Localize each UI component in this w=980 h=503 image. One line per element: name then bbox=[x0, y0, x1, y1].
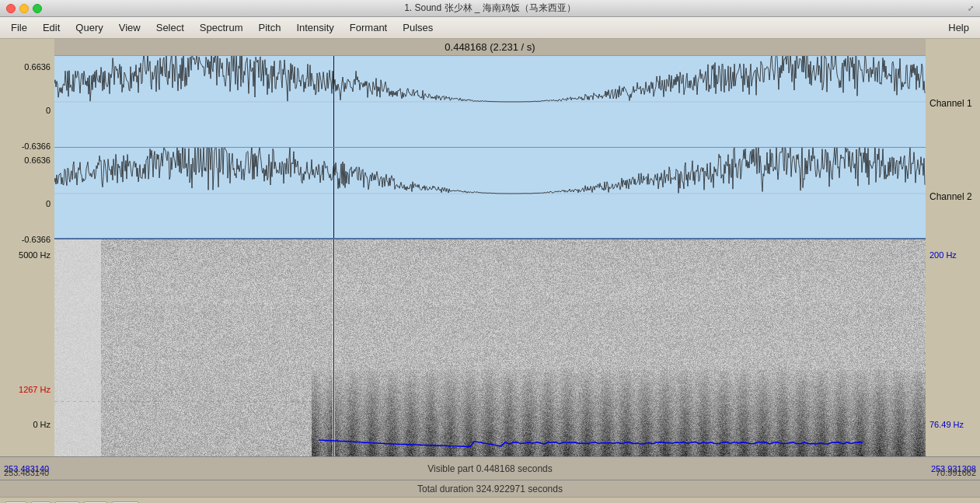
menu-view[interactable]: View bbox=[111, 19, 148, 36]
window-title: 1. Sound 张少林 _ 海南鸡饭（马来西亚） bbox=[404, 2, 576, 15]
timeline-row: 253.483140 Visible part 0.448168 seconds… bbox=[0, 456, 980, 480]
ch2-canvas bbox=[54, 148, 926, 239]
channel2-waveform[interactable] bbox=[54, 148, 926, 239]
controls-bar: all in out sel bak Group bbox=[0, 497, 980, 503]
title-bar: 1. Sound 张少林 _ 海南鸡饭（马来西亚） ⤢ bbox=[0, 0, 980, 17]
channel2-label: Channel 2 bbox=[929, 191, 972, 202]
ch1-canvas bbox=[54, 56, 926, 148]
total-duration: Total duration 324.922971 seconds bbox=[6, 484, 974, 494]
main-content: 0.6636 0 -0.6366 0.6636 0 -0.6366 5000 H… bbox=[0, 39, 980, 456]
menu-edit[interactable]: Edit bbox=[35, 19, 68, 36]
menu-help[interactable]: Help bbox=[940, 19, 977, 36]
ch2-upper-val: 0.6636 bbox=[24, 155, 51, 165]
menu-query[interactable]: Query bbox=[68, 19, 110, 36]
left-axis: 0.6636 0 -0.6366 0.6636 0 -0.6366 5000 H… bbox=[0, 39, 54, 456]
channel1-waveform[interactable] bbox=[54, 56, 926, 148]
time-header: 0.448168 (2.231 / s) bbox=[54, 39, 926, 56]
menu-pitch[interactable]: Pitch bbox=[251, 19, 289, 36]
spec-freq-bottom: 0 Hz bbox=[33, 420, 51, 429]
menu-bar: File Edit Query View Select Spectrum Pit… bbox=[0, 17, 980, 39]
menu-file[interactable]: File bbox=[3, 19, 35, 36]
ch1-zero: 0 bbox=[46, 106, 51, 115]
resize-icon[interactable]: ⤢ bbox=[968, 4, 974, 12]
menu-spectrum[interactable]: Spectrum bbox=[192, 19, 251, 36]
spec-freq-right-top: 200 Hz bbox=[929, 250, 957, 260]
timeline-center: Visible part 0.448168 seconds bbox=[427, 463, 553, 474]
ch1-lower-val: -0.6366 bbox=[22, 141, 51, 151]
spec-freq-mid: 1267 Hz bbox=[19, 385, 51, 394]
ch2-zero: 0 bbox=[46, 199, 51, 208]
viz-area: 0.448168 (2.231 / s) bbox=[54, 39, 926, 456]
bottom-info-bar: Total duration 324.922971 seconds bbox=[0, 480, 980, 497]
menu-intensity[interactable]: Intensity bbox=[288, 19, 341, 36]
spectrogram-area[interactable] bbox=[54, 239, 926, 456]
pitch-curve bbox=[54, 417, 926, 456]
minimize-button[interactable] bbox=[19, 4, 29, 13]
right-axis: 200 Hz 76.49 Hz Channel 1 Channel 2 bbox=[926, 39, 980, 456]
ch2-lower-val: -0.6366 bbox=[22, 235, 51, 244]
time-header-label: 0.448168 (2.231 / s) bbox=[445, 41, 535, 53]
window-controls bbox=[6, 4, 42, 13]
timeline-bottom-left: 253.483140 bbox=[4, 468, 49, 477]
menu-pulses[interactable]: Pulses bbox=[395, 19, 441, 36]
spec-freq-top: 5000 Hz bbox=[19, 250, 51, 260]
spec-freq-right-bottom: 76.49 Hz bbox=[929, 420, 964, 429]
close-button[interactable] bbox=[6, 4, 16, 13]
menu-select[interactable]: Select bbox=[148, 19, 192, 36]
channel1-label: Channel 1 bbox=[929, 98, 972, 109]
ch1-upper-val: 0.6636 bbox=[24, 62, 51, 72]
menu-formant[interactable]: Formant bbox=[342, 19, 395, 36]
maximize-button[interactable] bbox=[33, 4, 42, 13]
timeline-bottom-right: 70.991662 bbox=[936, 468, 976, 477]
